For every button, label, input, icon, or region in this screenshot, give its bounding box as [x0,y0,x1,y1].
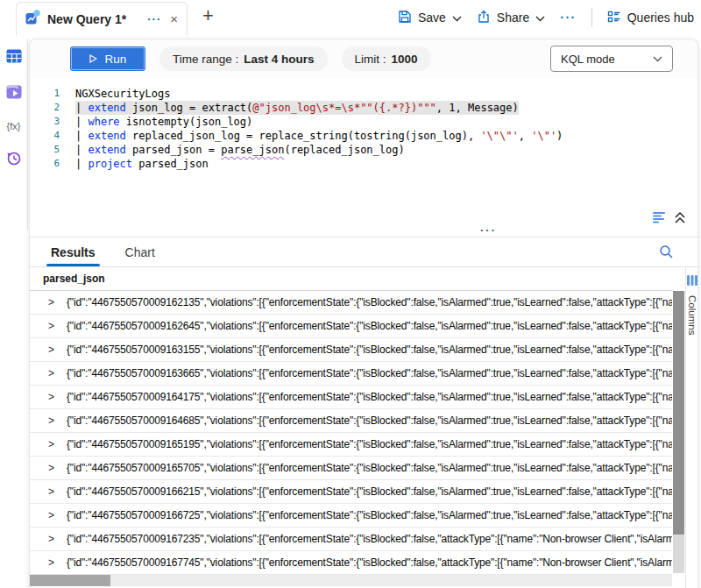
filter-rows-icon[interactable] [652,211,666,227]
run-label: Run [105,53,127,66]
tab-more-icon[interactable]: ··· [147,12,161,25]
queries-hub-label: Queries hub [627,11,694,25]
share-button[interactable]: Share [477,10,545,26]
horizontal-scrollbar-thumb[interactable] [30,575,110,586]
tab-close-icon[interactable]: × [168,12,180,25]
search-icon[interactable] [659,244,674,263]
row-json-value: {"id":"4467550570009162135","violations"… [67,296,672,308]
table-row[interactable]: >{"id":"4467550570009166215","violations… [30,480,672,504]
save-icon [398,10,412,26]
kql-mode-value: KQL mode [561,53,615,66]
expand-chevron-icon[interactable]: > [30,438,67,450]
table-row[interactable]: >{"id":"4467550570009162135","violations… [30,291,672,315]
query-tab[interactable]: New Query 1* ··· × [16,2,188,35]
expand-chevron-icon[interactable]: > [30,533,67,545]
editor-line[interactable]: 4| extend replaced_json_log = replace_st… [30,129,697,143]
expand-chevron-icon[interactable]: > [30,462,67,474]
vertical-scrollbar[interactable] [672,291,685,575]
query-history-icon[interactable] [5,150,22,170]
row-json-value: {"id":"4467550570009163665","violations"… [67,367,672,379]
editor-line[interactable]: 6| project parsed_json [30,157,697,171]
vertical-scrollbar-thumb[interactable] [673,291,684,535]
table-row[interactable]: >{"id":"4467550570009164175","violations… [30,386,672,409]
horizontal-scrollbar[interactable] [30,575,672,586]
results-tab-bar: Results Chart [30,237,697,267]
editor-line[interactable]: 5| extend parsed_json = parse_json(repla… [30,143,697,157]
limit-pill[interactable]: Limit : 1000 [342,46,431,71]
queries-hub-icon [607,10,621,26]
table-row[interactable]: >{"id":"4467550570009165705","violations… [30,457,672,480]
more-actions-button[interactable]: ··· [560,11,577,25]
time-range-pill[interactable]: Time range : Last 4 hours [159,46,328,71]
expand-chevron-icon[interactable]: > [30,509,67,521]
table-row[interactable]: >{"id":"4467550570009163155","violations… [30,338,672,362]
run-button[interactable]: Run [70,46,145,71]
editor-code-text[interactable]: | extend replaced_json_log = replace_str… [75,129,563,143]
editor-code-text[interactable]: | extend parsed_json = parse_json(replac… [75,143,405,157]
kql-mode-chevron-down-icon [653,56,662,62]
expand-chevron-icon[interactable]: > [30,556,67,569]
dashboards-icon[interactable] [6,85,22,103]
line-number: 4 [30,129,60,143]
functions-icon[interactable]: {fx} [7,121,21,131]
new-tab-button[interactable]: + [202,4,214,27]
save-chevron-down-icon[interactable] [452,11,462,25]
table-row[interactable]: >{"id":"4467550570009162645","violations… [30,315,672,338]
expand-chevron-icon[interactable]: > [30,320,67,332]
editor-code-text[interactable]: | extend json_log = extract(@"json_log\s… [75,101,519,115]
tables-icon[interactable] [6,49,22,67]
editor-line[interactable]: 1NGXSecurityLogs [30,87,697,101]
expand-chevron-icon[interactable]: > [30,344,67,356]
editor-footer [30,209,697,229]
share-icon [477,10,491,26]
collapse-panel-icon[interactable] [674,211,686,228]
expand-chevron-icon[interactable]: > [30,296,67,308]
row-json-value: {"id":"4467550570009163155","violations"… [67,344,672,356]
play-icon [89,54,97,63]
table-row[interactable]: >{"id":"4467550570009167745","violations… [30,551,672,575]
columns-panel-toggle[interactable]: Columns [685,267,697,588]
limit-value: 1000 [392,53,418,66]
tab-results[interactable]: Results [49,237,97,266]
row-json-value: {"id":"4467550570009167745","violations"… [67,556,672,569]
expand-chevron-icon[interactable]: > [30,414,67,427]
table-row[interactable]: >{"id":"4467550570009167235","violations… [30,528,672,551]
share-chevron-down-icon[interactable] [535,11,545,25]
row-json-value: {"id":"4467550570009167235","violations"… [67,533,672,545]
expand-chevron-icon[interactable]: > [30,367,67,379]
save-button[interactable]: Save [398,10,462,26]
table-row[interactable]: >{"id":"4467550570009165195","violations… [30,433,672,457]
vertical-scrollbar-track[interactable] [673,535,684,573]
top-tab-bar: New Query 1* ··· × + Save Share [0,0,701,35]
panel-splitter[interactable]: ··· [30,229,697,237]
column-header-parsed-json[interactable]: parsed_json [30,267,672,291]
query-editor[interactable]: 1NGXSecurityLogs2| extend json_log = ext… [30,78,697,209]
tab-chart[interactable]: Chart [124,237,157,266]
expand-chevron-icon[interactable]: > [30,391,67,403]
row-json-value: {"id":"4467550570009162645","violations"… [67,320,672,332]
row-json-value: {"id":"4467550570009165705","violations"… [67,462,672,474]
table-row[interactable]: >{"id":"4467550570009164685","violations… [30,409,672,433]
row-json-value: {"id":"4467550570009164685","violations"… [67,414,672,427]
row-json-value: {"id":"4467550570009164175","violations"… [67,391,672,403]
editor-code-text[interactable]: NGXSecurityLogs [75,87,170,101]
editor-code-text[interactable]: | where isnotempty(json_log) [75,115,252,129]
adx-app-icon [25,10,40,28]
editor-line[interactable]: 2| extend json_log = extract(@"json_log\… [30,101,697,115]
header-actions: Save Share ··· Q [398,0,694,35]
queries-hub-button[interactable]: Queries hub [607,10,694,26]
editor-line[interactable]: 3| where isnotempty(json_log) [30,115,697,129]
table-row[interactable]: >{"id":"4467550570009166725","violations… [30,504,672,528]
line-number: 2 [30,101,60,115]
time-range-value: Last 4 hours [244,53,314,66]
row-json-value: {"id":"4467550570009165195","violations"… [67,438,672,450]
splitter-handle-icon[interactable]: ··· [480,223,497,237]
expand-chevron-icon[interactable]: > [30,485,67,498]
editor-code-text[interactable]: | project parsed_json [75,157,209,171]
kql-mode-select[interactable]: KQL mode [550,46,673,72]
columns-icon [687,273,697,289]
share-label: Share [497,11,529,25]
row-json-value: {"id":"4467550570009166215","violations"… [67,485,672,498]
table-row[interactable]: >{"id":"4467550570009163665","violations… [30,362,672,386]
save-label: Save [418,11,446,25]
